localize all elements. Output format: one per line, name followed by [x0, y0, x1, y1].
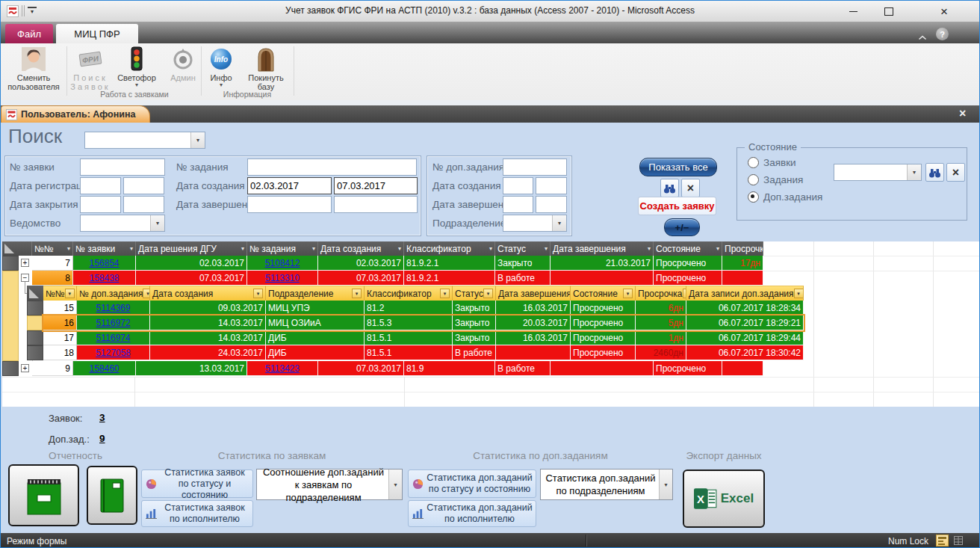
table-cell[interactable]: Просрочено [571, 345, 636, 360]
table-cell[interactable]: 18 [43, 345, 77, 360]
table-cell[interactable]: Закрыто [495, 256, 551, 271]
table-cell[interactable]: 21.03.2017 [551, 256, 654, 271]
minimize-button[interactable] [836, 1, 870, 22]
table-cell[interactable]: 06.07.2017 18:28:34 [686, 301, 804, 315]
table-cell[interactable]: 7 [32, 256, 73, 271]
request-link[interactable]: 158460 [89, 363, 119, 374]
table-cell[interactable]: 5116972 [77, 315, 150, 330]
table-cell[interactable]: Просрочено [654, 361, 722, 376]
sub-column-header[interactable]: Просрочка▾ [636, 286, 686, 301]
task-finished-from-input[interactable] [247, 196, 332, 213]
table-cell[interactable] [722, 271, 763, 286]
radio-icon-selected[interactable] [748, 191, 759, 203]
collapse-ribbon-icon[interactable] [918, 30, 927, 43]
table-cell[interactable]: 81.9 [404, 361, 495, 376]
table-cell[interactable]: Закрыто [453, 301, 496, 315]
sub-stats-combo[interactable]: Статистика доп.заданий по подразделениям… [540, 469, 673, 500]
table-cell[interactable]: 158438 [73, 271, 136, 286]
toggle-expand-button[interactable]: +/− [664, 218, 700, 236]
sub-column-header[interactable]: Подразделение▾ [266, 286, 365, 301]
sub-column-header[interactable]: Дата записи доп.задания▾ [686, 286, 804, 301]
datasheet-view-button[interactable] [952, 535, 964, 547]
req-status-stats-button[interactable]: Статистика заявок по статусу и состоянию [141, 470, 253, 498]
table-cell[interactable]: 81.9.2.1 [404, 271, 495, 286]
table-cell-overdue[interactable]: 2460дн [636, 345, 686, 360]
req-stats-combo[interactable]: Соотношение доп.заданий к заявкам по под… [256, 469, 403, 500]
report-button-1[interactable] [8, 464, 79, 526]
division-combo[interactable]: ▾ [503, 215, 567, 232]
tab-file[interactable]: Файл [5, 24, 53, 43]
subtask-link[interactable]: 5114369 [96, 303, 131, 313]
radio-subtasks[interactable]: Доп.задания [748, 191, 822, 203]
close-form-icon[interactable]: × [959, 107, 966, 120]
table-cell[interactable]: Просрочено [571, 315, 636, 330]
radio-icon[interactable] [748, 174, 759, 185]
subtask-link[interactable]: 5116972 [96, 318, 131, 328]
table-cell[interactable]: В работе [495, 361, 551, 376]
table-cell[interactable]: 5114369 [77, 301, 150, 315]
table-cell[interactable]: 07.03.2017 [318, 271, 404, 286]
column-header-finished[interactable]: Дата завершения▾ [551, 241, 654, 256]
subtask-link[interactable]: 5116974 [96, 333, 131, 343]
sub-status-stats-button[interactable]: Статистика доп.заданий по статусу и сост… [408, 470, 536, 498]
table-cell[interactable]: ДИБ [266, 330, 365, 345]
state-combo[interactable]: ▾ [834, 164, 922, 181]
table-cell[interactable]: Просрочено [571, 301, 636, 315]
tab-mic-pfr[interactable]: МИЦ ПФР [56, 24, 138, 43]
table-cell[interactable] [551, 361, 654, 376]
request-link[interactable]: 158438 [89, 273, 119, 283]
column-header-dgu-date[interactable]: Дата решения ДГУ▾ [136, 241, 247, 256]
table-cell[interactable]: Просрочено [654, 256, 722, 271]
req-executor-stats-button[interactable]: Статистика заявок по исполнителю [141, 500, 253, 527]
report-button-2[interactable] [87, 466, 137, 525]
table-cell[interactable]: 156854 [73, 256, 136, 271]
table-cell[interactable]: 17 [43, 330, 77, 345]
task-link[interactable]: 5113310 [265, 273, 300, 283]
subtask-finished-from-input[interactable] [503, 196, 533, 213]
table-cell[interactable]: МИЦ УПЭ [266, 301, 365, 315]
table-cell[interactable]: 81.9.2.1 [404, 256, 495, 271]
sub-column-header[interactable]: Дата завершения▾ [496, 286, 571, 301]
table-cell[interactable]: 06.07.2017 18:29:44 [686, 330, 804, 345]
table-cell[interactable]: 9 [32, 361, 73, 376]
table-cell[interactable] [551, 271, 654, 286]
table-cell[interactable] [722, 361, 763, 376]
state-clear-button[interactable]: × [946, 163, 965, 182]
subtask-number-input[interactable] [503, 158, 567, 176]
column-header-task[interactable]: № задания▾ [247, 241, 318, 256]
column-header-request[interactable]: № заявки▾ [73, 241, 136, 256]
form-tab-user[interactable]: Пользователь: Афонина [1, 105, 150, 123]
export-excel-button[interactable]: X Excel [683, 470, 765, 528]
radio-requests[interactable]: Заявки [748, 157, 796, 168]
column-header-state[interactable]: Состояние▾ [654, 241, 722, 256]
table-cell[interactable]: 5113310 [247, 271, 318, 286]
task-finished-to-input[interactable] [334, 196, 418, 213]
form-view-button[interactable] [936, 535, 949, 547]
column-header-num[interactable]: №№▾ [32, 241, 73, 256]
info-button[interactable]: Info Инфо ▾ [204, 45, 238, 88]
close-date-to-input[interactable] [123, 196, 164, 213]
table-cell[interactable]: 24.03.2017 [150, 345, 266, 360]
table-cell[interactable]: 5113423 [247, 361, 318, 376]
state-find-button[interactable] [925, 163, 944, 182]
radio-tasks[interactable]: Задания [748, 174, 803, 185]
table-cell[interactable]: 81.5.1 [365, 330, 453, 345]
column-header-status[interactable]: Статус▾ [495, 241, 551, 256]
table-cell-overdue[interactable]: 6дн [636, 301, 686, 315]
task-created-to-input[interactable] [334, 177, 418, 194]
reg-date-from-input[interactable] [80, 177, 121, 194]
table-cell[interactable]: Просрочено [654, 271, 722, 286]
table-cell[interactable]: 14.03.2017 [150, 330, 266, 345]
sub-column-header[interactable]: Статус▾ [453, 286, 496, 301]
sub-executor-stats-button[interactable]: Статистика доп.заданий по исполнителю [408, 500, 536, 527]
table-cell[interactable]: 81.2 [365, 301, 453, 315]
table-cell[interactable]: Просрочено [571, 330, 636, 345]
help-icon[interactable]: ? [936, 28, 949, 40]
sub-column-header[interactable]: Дата создания▾ [150, 286, 266, 301]
select-all-corner[interactable] [2, 241, 32, 256]
change-user-button[interactable]: Сменить пользователя [2, 45, 65, 88]
close-button[interactable]: × [927, 1, 961, 22]
sub-select-all-corner[interactable] [27, 286, 43, 301]
sub-column-header[interactable]: № доп.задания▾ [77, 286, 150, 301]
task-link[interactable]: 5108412 [265, 258, 300, 268]
